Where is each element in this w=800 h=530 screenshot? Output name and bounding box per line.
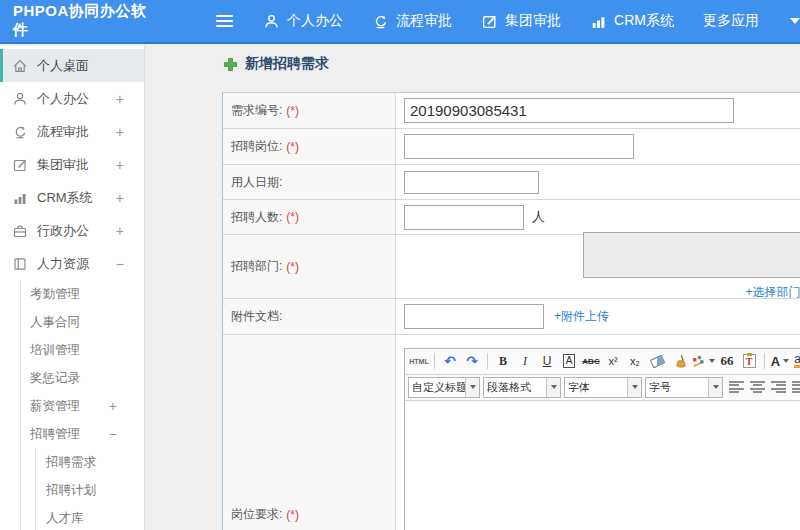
attachment-upload-link[interactable]: +附件上传	[554, 308, 609, 325]
book-icon	[12, 256, 28, 272]
background-color-button[interactable]: a	[792, 351, 800, 371]
expand-plus-icon[interactable]: +	[116, 157, 124, 173]
nav-personal-office[interactable]: 个人办公	[263, 12, 343, 30]
collapse-minus-icon[interactable]: −	[116, 256, 124, 272]
font-style-button[interactable]: A	[559, 351, 579, 371]
caret-down-icon	[708, 378, 722, 397]
required-marker: (*)	[286, 104, 299, 118]
form-row-demand-number: 需求编号: (*)	[223, 93, 800, 129]
sidebar-item-recruit-demand[interactable]: 招聘需求	[36, 448, 144, 476]
workflow-icon	[12, 124, 28, 140]
expand-plus-icon[interactable]: +	[109, 398, 117, 414]
form-row-headcount: 招聘人数: (*) 人	[223, 200, 800, 235]
nav-workflow-approval[interactable]: 流程审批	[372, 12, 452, 30]
menu-toggle-button[interactable]	[216, 15, 233, 27]
bold-button[interactable]: B	[493, 351, 513, 371]
sidebar-item-group-approval[interactable]: 集团审批 +	[0, 148, 144, 181]
field-label: 需求编号:	[231, 102, 282, 119]
page-title: 新增招聘需求	[223, 55, 329, 73]
paragraph-format-dropdown[interactable]: 段落格式	[483, 377, 561, 398]
redo-icon[interactable]: ↷	[462, 351, 482, 371]
sidebar-item-workflow-approval[interactable]: 流程审批 +	[0, 115, 144, 148]
attachment-input[interactable]	[404, 304, 544, 329]
form-row-job-requirements: 岗位要求: (*) HTML ↶ ↷ B I U	[223, 335, 800, 530]
font-color-button[interactable]: A	[770, 351, 790, 371]
sidebar-item-salary[interactable]: 薪资管理 +	[21, 392, 144, 420]
color-palette-icon[interactable]	[691, 351, 715, 371]
align-right-icon[interactable]	[771, 381, 786, 394]
sidebar-item-training[interactable]: 培训管理	[21, 336, 144, 364]
hr-submenu: 考勤管理 人事合同 培训管理 奖惩记录 薪资管理 + 招聘管理 − 招聘需求	[20, 280, 144, 530]
sidebar-item-talent-pool[interactable]: 人才库	[36, 504, 144, 530]
nav-crm-system[interactable]: CRM系统	[590, 12, 674, 30]
field-label: 招聘岗位:	[231, 138, 282, 155]
caret-down-icon	[546, 378, 560, 397]
format-brush-icon[interactable]	[669, 351, 689, 371]
underline-button[interactable]: U	[537, 351, 557, 371]
html-source-button[interactable]: HTML	[409, 351, 429, 371]
form-row-department: 招聘部门: (*) +选择部门	[223, 235, 800, 299]
superscript-button[interactable]: x²	[603, 351, 623, 371]
caret-down-icon	[783, 359, 789, 363]
undo-icon[interactable]: ↶	[440, 351, 460, 371]
field-label: 附件文档:	[231, 308, 282, 325]
align-justify-icon[interactable]	[792, 381, 800, 394]
expand-plus-icon[interactable]: +	[116, 124, 124, 140]
caret-down-icon[interactable]	[790, 18, 800, 24]
form-row-attachment: 附件文档: +附件上传	[223, 299, 800, 335]
editor-toolbar-row2: 自定义标题 段落格式 字体	[405, 375, 800, 401]
collapse-minus-icon[interactable]: −	[109, 426, 117, 442]
hamburger-icon	[216, 15, 233, 17]
job-position-input[interactable]	[404, 134, 634, 159]
user-icon	[12, 91, 28, 107]
sidebar: 个人桌面 个人办公 + 流程审批 + 集团审批 +	[0, 46, 145, 530]
sidebar-item-hr-contract[interactable]: 人事合同	[21, 308, 144, 336]
form-row-job-position: 招聘岗位: (*)	[223, 129, 800, 165]
sidebar-item-personal-office[interactable]: 个人办公 +	[0, 82, 144, 115]
bar-chart-icon	[590, 13, 607, 30]
eraser-icon[interactable]	[647, 351, 667, 371]
sidebar-item-attendance[interactable]: 考勤管理	[21, 280, 144, 308]
department-textarea[interactable]	[583, 232, 800, 278]
sidebar-item-hr[interactable]: 人力资源 −	[0, 247, 144, 280]
main-content: 新增招聘需求 需求编号: (*) 招聘岗位: (*)	[146, 46, 800, 530]
field-label: 岗位要求:	[231, 506, 282, 523]
sidebar-item-rewards[interactable]: 奖惩记录	[21, 364, 144, 392]
subscript-button[interactable]: x₂	[625, 351, 645, 371]
align-center-icon[interactable]	[750, 381, 765, 394]
custom-title-dropdown[interactable]: 自定义标题	[408, 377, 480, 398]
italic-button[interactable]: I	[515, 351, 535, 371]
headcount-input[interactable]	[404, 205, 524, 230]
caret-down-icon	[465, 378, 479, 397]
field-label: 招聘人数:	[231, 209, 282, 226]
hire-date-input[interactable]	[404, 171, 539, 194]
workflow-icon	[372, 13, 389, 30]
sidebar-item-recruit-mgmt[interactable]: 招聘管理 −	[21, 420, 144, 448]
edit-icon	[481, 13, 498, 30]
font-size-dropdown[interactable]: 字号	[645, 377, 723, 398]
sidebar-item-personal-desktop[interactable]: 个人桌面	[0, 49, 144, 82]
recruit-submenu: 招聘需求 招聘计划 人才库	[35, 448, 144, 530]
form-row-hire-date: 用人日期:	[223, 165, 800, 200]
sidebar-item-recruit-plan[interactable]: 招聘计划	[36, 476, 144, 504]
nav-more-apps[interactable]: 更多应用	[703, 12, 759, 30]
align-left-icon[interactable]	[729, 381, 744, 394]
font-family-dropdown[interactable]: 字体	[564, 377, 642, 398]
field-label: 招聘部门:	[231, 258, 282, 275]
required-marker: (*)	[286, 140, 299, 154]
blockquote-button[interactable]: 66	[717, 351, 737, 371]
briefcase-icon	[12, 223, 28, 239]
job-requirements-editor-body[interactable]	[405, 401, 800, 530]
demand-number-input[interactable]	[404, 98, 734, 123]
paste-text-icon[interactable]: T	[739, 351, 759, 371]
edit-icon	[12, 157, 28, 173]
sidebar-item-admin-office[interactable]: 行政办公 +	[0, 214, 144, 247]
nav-group-approval[interactable]: 集团审批	[481, 12, 561, 30]
caret-down-icon	[709, 359, 715, 363]
strikethrough-button[interactable]: ABC	[581, 351, 601, 371]
sidebar-item-crm[interactable]: CRM系统 +	[0, 181, 144, 214]
expand-plus-icon[interactable]: +	[116, 223, 124, 239]
expand-plus-icon[interactable]: +	[116, 91, 124, 107]
app-window: PHPOA协同办公软件 个人办公 流程审批 集团审批	[0, 0, 800, 530]
expand-plus-icon[interactable]: +	[116, 190, 124, 206]
